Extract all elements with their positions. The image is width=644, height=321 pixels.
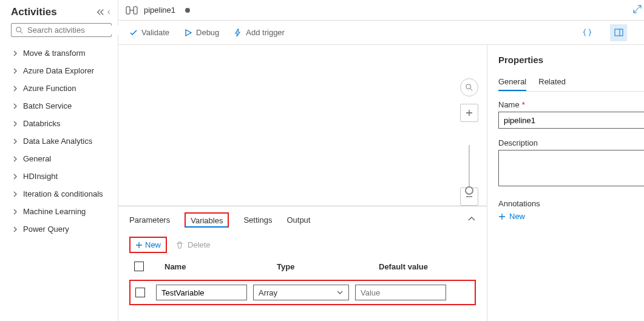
validate-button[interactable]: Validate: [129, 28, 169, 37]
plus-icon: [498, 213, 506, 220]
pipeline-name-input[interactable]: [498, 112, 644, 129]
svg-point-0: [16, 27, 21, 32]
trigger-icon: [234, 29, 242, 37]
chevron-down-icon: [336, 289, 344, 296]
activities-search-input[interactable]: [27, 25, 129, 35]
column-type: Type: [277, 262, 373, 271]
plus-icon: [466, 109, 473, 117]
tab-output[interactable]: Output: [286, 213, 310, 227]
chevron-right-icon: [12, 121, 18, 127]
add-trigger-label: Add trigger: [246, 28, 285, 37]
props-tab-related[interactable]: Related: [538, 73, 566, 91]
unsaved-indicator-icon: [185, 8, 190, 13]
new-variable-button[interactable]: New: [129, 237, 167, 253]
chevron-right-icon: [12, 103, 18, 109]
activity-category-label: Move & transform: [23, 49, 86, 58]
activity-category-dla[interactable]: Data Lake Analytics: [11, 132, 112, 150]
activity-category-ml[interactable]: Machine Learning: [11, 203, 112, 220]
pipeline-icon: [126, 4, 138, 16]
variable-type-select[interactable]: Array: [253, 285, 349, 300]
activity-category-label: Azure Function: [23, 84, 76, 93]
properties-panel: Properties General Related Name* Descrip…: [487, 45, 644, 321]
expand-editor-button[interactable]: [633, 5, 642, 15]
footer-collapse-button[interactable]: [467, 215, 476, 225]
chevron-right-icon: [12, 86, 18, 92]
trash-icon: [175, 241, 184, 249]
activity-category-ade[interactable]: Azure Data Explorer: [11, 62, 112, 79]
pipeline-canvas[interactable]: [118, 45, 487, 206]
properties-panel-icon: [614, 28, 623, 37]
activity-category-label: Machine Learning: [23, 207, 86, 216]
check-icon: [129, 29, 138, 37]
double-chevron-left-icon: [106, 8, 112, 16]
svg-rect-1: [126, 7, 130, 14]
activity-category-power-query[interactable]: Power Query: [11, 220, 112, 238]
activity-category-general[interactable]: General: [11, 150, 112, 167]
chevron-right-icon: [12, 191, 18, 197]
zoom-in-button[interactable]: [460, 104, 478, 122]
pipeline-footer-panel: Parameters Variables Settings Output New: [118, 206, 487, 321]
column-name: Name: [164, 262, 271, 271]
toolbar-more-button[interactable]: [642, 24, 644, 41]
code-view-button[interactable]: [578, 24, 595, 41]
tab-parameters[interactable]: Parameters: [129, 213, 170, 227]
svg-rect-6: [615, 29, 623, 36]
chevron-up-icon: [467, 215, 476, 223]
add-trigger-button[interactable]: Add trigger: [234, 28, 285, 37]
activity-category-label: Power Query: [23, 225, 69, 234]
plus-icon: [135, 242, 143, 249]
activity-category-move-transform[interactable]: Move & transform: [11, 44, 112, 62]
tab-settings[interactable]: Settings: [243, 213, 272, 227]
activity-category-iteration[interactable]: Iteration & conditionals: [11, 185, 112, 203]
variables-header-row: Name Type Default value: [129, 259, 476, 280]
editor-tab-label[interactable]: pipeline1: [144, 5, 175, 15]
variable-name-input[interactable]: [156, 285, 247, 300]
activity-category-hdinsight[interactable]: HDInsight: [11, 167, 112, 185]
pipeline-toolbar: Validate Debug Add trigger: [118, 21, 644, 45]
props-tab-general[interactable]: General: [498, 73, 526, 91]
activities-search[interactable]: [11, 23, 112, 37]
variable-default-input[interactable]: [355, 285, 446, 300]
zoom-controls: [460, 78, 478, 206]
activity-category-label: HDInsight: [23, 172, 58, 181]
activity-category-azure-function[interactable]: Azure Function: [11, 79, 112, 97]
activities-collapse-button[interactable]: [96, 8, 112, 16]
description-field-label: Description: [498, 138, 644, 147]
chevron-right-icon: [12, 156, 18, 162]
footer-tabs: Parameters Variables Settings Output: [129, 206, 476, 233]
activity-category-batch[interactable]: Batch Service: [11, 97, 112, 115]
canvas-search-button[interactable]: [460, 78, 478, 96]
row-checkbox[interactable]: [135, 288, 145, 297]
braces-icon: [583, 28, 592, 37]
properties-title: Properties: [498, 55, 644, 65]
debug-label: Debug: [196, 28, 219, 37]
activity-category-label: Iteration & conditionals: [23, 189, 103, 198]
chevron-right-icon: [12, 209, 18, 215]
chevron-right-icon: [12, 226, 18, 232]
svg-point-10: [466, 84, 471, 89]
new-annotation-button[interactable]: New: [498, 212, 644, 221]
chevron-right-icon: [12, 138, 18, 144]
select-all-checkbox[interactable]: [134, 262, 144, 271]
variable-row: Array: [129, 280, 476, 305]
variable-type-value: Array: [259, 288, 277, 297]
properties-toggle-button[interactable]: [610, 24, 627, 41]
delete-variable-button: Delete: [175, 240, 211, 249]
validate-label: Validate: [141, 28, 169, 37]
chevron-right-icon: [12, 68, 18, 74]
play-icon: [184, 29, 192, 37]
svg-rect-2: [134, 7, 137, 14]
activity-category-label: Data Lake Analytics: [23, 137, 92, 146]
tab-variables[interactable]: Variables: [185, 212, 229, 228]
activity-category-label: Batch Service: [23, 101, 72, 110]
expand-diagonal-icon: [633, 5, 642, 13]
search-icon: [15, 26, 24, 35]
activity-category-label: Azure Data Explorer: [23, 66, 94, 75]
double-chevron-left-icon: [96, 8, 104, 16]
debug-button[interactable]: Debug: [184, 28, 219, 37]
activity-category-databricks[interactable]: Databricks: [11, 115, 112, 132]
activity-category-label: General: [23, 154, 51, 163]
pipeline-description-input[interactable]: [498, 150, 644, 186]
zoom-slider-thumb[interactable]: [465, 186, 473, 195]
name-field-label: Name*: [498, 100, 644, 109]
